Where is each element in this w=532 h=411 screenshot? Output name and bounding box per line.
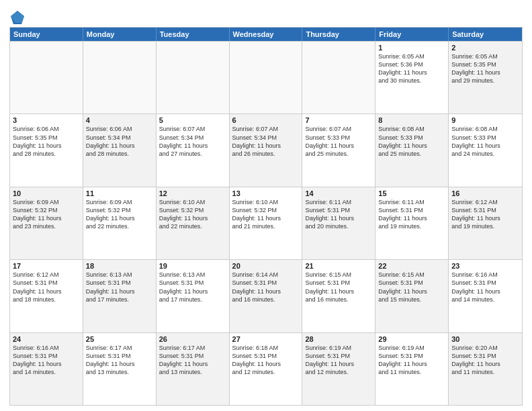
day-cell-2: 2Sunrise: 6:05 AM Sunset: 5:35 PM Daylig… <box>449 42 522 113</box>
day-detail: Sunrise: 6:09 AM Sunset: 5:32 PM Dayligh… <box>13 198 80 231</box>
day-number: 14 <box>305 189 372 197</box>
day-detail: Sunrise: 6:08 AM Sunset: 5:33 PM Dayligh… <box>451 125 519 158</box>
day-number: 6 <box>232 116 300 124</box>
logo <box>9 9 28 26</box>
day-cell-empty-4 <box>302 42 375 113</box>
day-number: 26 <box>159 335 226 343</box>
day-detail: Sunrise: 6:05 AM Sunset: 5:35 PM Dayligh… <box>451 52 519 85</box>
day-number: 3 <box>13 116 80 124</box>
day-detail: Sunrise: 6:11 AM Sunset: 5:31 PM Dayligh… <box>305 198 372 231</box>
day-detail: Sunrise: 6:05 AM Sunset: 5:36 PM Dayligh… <box>378 52 445 85</box>
day-cell-15: 15Sunrise: 6:11 AM Sunset: 5:31 PM Dayli… <box>375 187 449 259</box>
day-number: 2 <box>451 44 519 52</box>
week-row-3: 10Sunrise: 6:09 AM Sunset: 5:32 PM Dayli… <box>10 187 522 259</box>
day-detail: Sunrise: 6:20 AM Sunset: 5:31 PM Dayligh… <box>451 344 519 377</box>
day-cell-3: 3Sunrise: 6:06 AM Sunset: 5:35 PM Daylig… <box>10 114 83 186</box>
day-cell-21: 21Sunrise: 6:15 AM Sunset: 5:31 PM Dayli… <box>302 260 375 332</box>
day-cell-6: 6Sunrise: 6:07 AM Sunset: 5:34 PM Daylig… <box>230 114 303 186</box>
day-cell-5: 5Sunrise: 6:07 AM Sunset: 5:34 PM Daylig… <box>157 114 230 186</box>
day-number: 24 <box>13 335 80 343</box>
day-number: 19 <box>159 262 226 270</box>
day-header-saturday: Saturday <box>449 28 522 41</box>
day-cell-22: 22Sunrise: 6:15 AM Sunset: 5:31 PM Dayli… <box>375 260 449 332</box>
day-cell-1: 1Sunrise: 6:05 AM Sunset: 5:36 PM Daylig… <box>375 42 449 113</box>
day-cell-10: 10Sunrise: 6:09 AM Sunset: 5:32 PM Dayli… <box>10 187 83 259</box>
day-cell-28: 28Sunrise: 6:19 AM Sunset: 5:31 PM Dayli… <box>302 333 375 405</box>
day-detail: Sunrise: 6:12 AM Sunset: 5:31 PM Dayligh… <box>13 271 80 304</box>
day-detail: Sunrise: 6:13 AM Sunset: 5:31 PM Dayligh… <box>159 271 226 304</box>
day-detail: Sunrise: 6:14 AM Sunset: 5:31 PM Dayligh… <box>232 271 300 304</box>
day-number: 25 <box>86 335 153 343</box>
day-cell-7: 7Sunrise: 6:07 AM Sunset: 5:33 PM Daylig… <box>302 114 375 186</box>
day-number: 18 <box>86 262 153 270</box>
day-cell-17: 17Sunrise: 6:12 AM Sunset: 5:31 PM Dayli… <box>10 260 83 332</box>
day-cell-26: 26Sunrise: 6:17 AM Sunset: 5:31 PM Dayli… <box>157 333 230 405</box>
day-detail: Sunrise: 6:16 AM Sunset: 5:31 PM Dayligh… <box>451 271 519 304</box>
day-number: 30 <box>451 335 519 343</box>
day-number: 15 <box>378 189 445 197</box>
day-cell-24: 24Sunrise: 6:16 AM Sunset: 5:31 PM Dayli… <box>10 333 83 405</box>
day-cell-13: 13Sunrise: 6:10 AM Sunset: 5:32 PM Dayli… <box>230 187 303 259</box>
day-detail: Sunrise: 6:12 AM Sunset: 5:31 PM Dayligh… <box>451 198 519 231</box>
header <box>9 7 523 26</box>
day-cell-29: 29Sunrise: 6:19 AM Sunset: 5:31 PM Dayli… <box>375 333 449 405</box>
day-number: 13 <box>232 189 300 197</box>
day-number: 9 <box>451 116 519 124</box>
day-header-friday: Friday <box>375 28 449 41</box>
day-detail: Sunrise: 6:15 AM Sunset: 5:31 PM Dayligh… <box>378 271 445 304</box>
day-number: 20 <box>232 262 300 270</box>
day-detail: Sunrise: 6:07 AM Sunset: 5:34 PM Dayligh… <box>232 125 300 158</box>
day-detail: Sunrise: 6:19 AM Sunset: 5:31 PM Dayligh… <box>305 344 372 377</box>
day-number: 22 <box>378 262 445 270</box>
week-row-5: 24Sunrise: 6:16 AM Sunset: 5:31 PM Dayli… <box>10 332 522 405</box>
day-number: 16 <box>451 189 519 197</box>
calendar-body: 1Sunrise: 6:05 AM Sunset: 5:36 PM Daylig… <box>10 41 522 405</box>
day-cell-27: 27Sunrise: 6:18 AM Sunset: 5:31 PM Dayli… <box>230 333 303 405</box>
day-cell-empty-0 <box>10 42 83 113</box>
day-detail: Sunrise: 6:06 AM Sunset: 5:35 PM Dayligh… <box>13 125 80 158</box>
day-detail: Sunrise: 6:09 AM Sunset: 5:32 PM Dayligh… <box>86 198 153 231</box>
day-detail: Sunrise: 6:10 AM Sunset: 5:32 PM Dayligh… <box>159 198 226 231</box>
day-detail: Sunrise: 6:10 AM Sunset: 5:32 PM Dayligh… <box>232 198 300 231</box>
day-cell-20: 20Sunrise: 6:14 AM Sunset: 5:31 PM Dayli… <box>230 260 303 332</box>
day-cell-16: 16Sunrise: 6:12 AM Sunset: 5:31 PM Dayli… <box>449 187 522 259</box>
week-row-1: 1Sunrise: 6:05 AM Sunset: 5:36 PM Daylig… <box>10 41 522 113</box>
day-number: 29 <box>378 335 445 343</box>
day-detail: Sunrise: 6:19 AM Sunset: 5:31 PM Dayligh… <box>378 344 445 377</box>
day-number: 23 <box>451 262 519 270</box>
day-number: 11 <box>86 189 153 197</box>
day-number: 28 <box>305 335 372 343</box>
day-number: 8 <box>378 116 445 124</box>
day-cell-empty-2 <box>157 42 230 113</box>
day-detail: Sunrise: 6:17 AM Sunset: 5:31 PM Dayligh… <box>86 344 153 377</box>
day-number: 21 <box>305 262 372 270</box>
page: SundayMondayTuesdayWednesdayThursdayFrid… <box>0 0 532 411</box>
day-cell-12: 12Sunrise: 6:10 AM Sunset: 5:32 PM Dayli… <box>157 187 230 259</box>
day-header-monday: Monday <box>83 28 157 41</box>
day-cell-empty-3 <box>230 42 303 113</box>
day-cell-11: 11Sunrise: 6:09 AM Sunset: 5:32 PM Dayli… <box>83 187 157 259</box>
day-cell-14: 14Sunrise: 6:11 AM Sunset: 5:31 PM Dayli… <box>302 187 375 259</box>
day-detail: Sunrise: 6:07 AM Sunset: 5:34 PM Dayligh… <box>159 125 226 158</box>
day-cell-30: 30Sunrise: 6:20 AM Sunset: 5:31 PM Dayli… <box>449 333 522 405</box>
day-cell-empty-1 <box>83 42 157 113</box>
day-cell-19: 19Sunrise: 6:13 AM Sunset: 5:31 PM Dayli… <box>157 260 230 332</box>
day-detail: Sunrise: 6:17 AM Sunset: 5:31 PM Dayligh… <box>159 344 226 377</box>
day-cell-25: 25Sunrise: 6:17 AM Sunset: 5:31 PM Dayli… <box>83 333 157 405</box>
day-number: 7 <box>305 116 372 124</box>
calendar-header: SundayMondayTuesdayWednesdayThursdayFrid… <box>10 28 522 41</box>
day-header-wednesday: Wednesday <box>230 28 303 41</box>
day-detail: Sunrise: 6:11 AM Sunset: 5:31 PM Dayligh… <box>378 198 445 231</box>
day-cell-8: 8Sunrise: 6:08 AM Sunset: 5:33 PM Daylig… <box>375 114 449 186</box>
day-number: 1 <box>378 44 445 52</box>
day-header-tuesday: Tuesday <box>157 28 230 41</box>
day-detail: Sunrise: 6:15 AM Sunset: 5:31 PM Dayligh… <box>305 271 372 304</box>
day-number: 27 <box>232 335 300 343</box>
day-number: 17 <box>13 262 80 270</box>
day-number: 10 <box>13 189 80 197</box>
day-detail: Sunrise: 6:16 AM Sunset: 5:31 PM Dayligh… <box>13 344 80 377</box>
day-cell-4: 4Sunrise: 6:06 AM Sunset: 5:34 PM Daylig… <box>83 114 157 186</box>
day-detail: Sunrise: 6:18 AM Sunset: 5:31 PM Dayligh… <box>232 344 300 377</box>
day-detail: Sunrise: 6:07 AM Sunset: 5:33 PM Dayligh… <box>305 125 372 158</box>
day-number: 5 <box>159 116 226 124</box>
